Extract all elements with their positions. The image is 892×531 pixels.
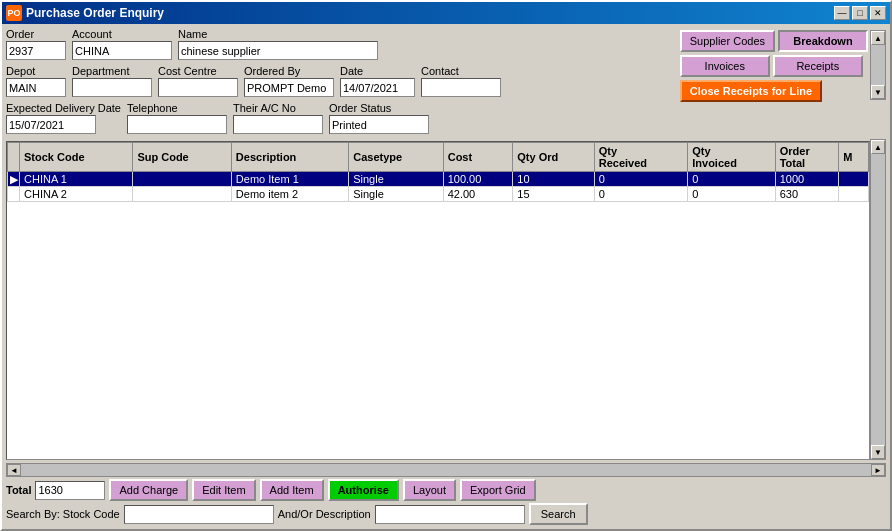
order-input[interactable] — [6, 41, 66, 60]
ordered-by-label: Ordered By — [244, 65, 334, 77]
search-description-input[interactable] — [375, 505, 525, 524]
search-stock-code-input[interactable] — [124, 505, 274, 524]
name-group: Name — [178, 28, 378, 60]
order-status-input[interactable] — [329, 115, 429, 134]
edit-item-button[interactable]: Edit Item — [192, 479, 255, 501]
layout-button[interactable]: Layout — [403, 479, 456, 501]
table-vscroll-track — [871, 154, 885, 445]
row1-m — [839, 172, 869, 187]
export-grid-button[interactable]: Export Grid — [460, 479, 536, 501]
hscroll-right[interactable]: ► — [871, 464, 885, 476]
row1-description: Demo Item 1 — [231, 172, 348, 187]
date-group: Date — [340, 65, 415, 97]
table-row[interactable]: ▶ CHINA 1 Demo Item 1 Single 100.00 10 0… — [8, 172, 869, 187]
department-group: Department — [72, 65, 152, 97]
telephone-group: Telephone — [127, 102, 227, 134]
table-body: ▶ CHINA 1 Demo Item 1 Single 100.00 10 0… — [8, 172, 869, 202]
telephone-label: Telephone — [127, 102, 227, 114]
breakdown-button[interactable]: Breakdown — [778, 30, 868, 52]
row2-qty-received: 0 — [594, 187, 687, 202]
row2-stock-code: CHINA 2 — [20, 187, 133, 202]
col-sup-code: Sup Code — [133, 143, 231, 172]
invoices-button[interactable]: Invoices — [680, 55, 770, 77]
contact-input[interactable] — [421, 78, 501, 97]
table-scroll-down[interactable]: ▼ — [871, 445, 885, 459]
department-input[interactable] — [72, 78, 152, 97]
row-depot: Depot Department Cost Centre Ordered By — [6, 65, 676, 97]
minimize-button[interactable]: — — [834, 6, 850, 20]
col-pointer — [8, 143, 20, 172]
data-table: Stock Code Sup Code Description Casetype… — [6, 141, 870, 460]
col-stock-code: Stock Code — [20, 143, 133, 172]
close-button[interactable]: ✕ — [870, 6, 886, 20]
app-icon: PO — [6, 5, 22, 21]
row1-sup-code — [133, 172, 231, 187]
window-title: Purchase Order Enquiry — [26, 6, 834, 20]
table-row[interactable]: CHINA 2 Demo item 2 Single 42.00 15 0 0 … — [8, 187, 869, 202]
depot-input[interactable] — [6, 78, 66, 97]
maximize-button[interactable]: □ — [852, 6, 868, 20]
date-input[interactable] — [340, 78, 415, 97]
and-or-label: And/Or Description — [278, 508, 371, 520]
contact-label: Contact — [421, 65, 501, 77]
table-scroll-up[interactable]: ▲ — [871, 140, 885, 154]
row1-cost: 100.00 — [443, 172, 513, 187]
col-casetype: Casetype — [349, 143, 443, 172]
scroll-up-button[interactable]: ▲ — [871, 31, 885, 45]
bottom-area: ◄ ► Total Add Charge Edit Item Add Item … — [6, 463, 886, 525]
expected-delivery-label: Expected Delivery Date — [6, 102, 121, 114]
row1-casetype: Single — [349, 172, 443, 187]
add-charge-button[interactable]: Add Charge — [109, 479, 188, 501]
telephone-input[interactable] — [127, 115, 227, 134]
bottom-buttons-row: Total Add Charge Edit Item Add Item Auth… — [6, 479, 886, 501]
expected-delivery-input[interactable] — [6, 115, 96, 134]
table-scroll: Stock Code Sup Code Description Casetype… — [7, 142, 869, 459]
cost-centre-group: Cost Centre — [158, 65, 238, 97]
contact-group: Contact — [421, 65, 501, 97]
scroll-track — [871, 45, 885, 85]
hscroll-track — [21, 464, 871, 476]
close-receipts-button[interactable]: Close Receipts for Line — [680, 80, 822, 102]
header-row: Stock Code Sup Code Description Casetype… — [8, 143, 869, 172]
authorise-button[interactable]: Authorise — [328, 479, 399, 501]
order-status-label: Order Status — [329, 102, 429, 114]
row2-sup-code — [133, 187, 231, 202]
scroll-down-button[interactable]: ▼ — [871, 85, 885, 99]
row1-qty-ord: 10 — [513, 172, 594, 187]
order-group: Order — [6, 28, 66, 60]
row2-cost: 42.00 — [443, 187, 513, 202]
ordered-by-input[interactable] — [244, 78, 334, 97]
top-scrollbar: ▲ ▼ — [870, 30, 886, 100]
main-window: PO Purchase Order Enquiry — □ ✕ Order Ac — [0, 0, 892, 531]
row-pointer-2 — [8, 187, 20, 202]
col-qty-received: QtyReceived — [594, 143, 687, 172]
name-input[interactable] — [178, 41, 378, 60]
close-receipts-row: Close Receipts for Line — [680, 80, 868, 102]
row-pointer-1: ▶ — [8, 172, 20, 187]
add-item-button[interactable]: Add Item — [260, 479, 324, 501]
hscroll-left[interactable]: ◄ — [7, 464, 21, 476]
account-label: Account — [72, 28, 172, 40]
search-button[interactable]: Search — [529, 503, 588, 525]
account-input[interactable] — [72, 41, 172, 60]
row1-qty-invoiced: 0 — [688, 172, 775, 187]
row1-qty-received: 0 — [594, 172, 687, 187]
name-label: Name — [178, 28, 378, 40]
row2-casetype: Single — [349, 187, 443, 202]
their-ac-group: Their A/C No — [233, 102, 323, 134]
cost-centre-label: Cost Centre — [158, 65, 238, 77]
table-section: Stock Code Sup Code Description Casetype… — [6, 139, 886, 460]
total-input[interactable] — [35, 481, 105, 500]
receipts-button[interactable]: Receipts — [773, 55, 863, 77]
their-ac-input[interactable] — [233, 115, 323, 134]
search-by-label: Search By: Stock Code — [6, 508, 120, 520]
their-ac-label: Their A/C No — [233, 102, 323, 114]
row2-m — [839, 187, 869, 202]
hscrollbar: ◄ ► — [6, 463, 886, 477]
col-qty-invoiced: QtyInvoiced — [688, 143, 775, 172]
row2-qty-ord: 15 — [513, 187, 594, 202]
col-cost: Cost — [443, 143, 513, 172]
supplier-codes-button[interactable]: Supplier Codes — [680, 30, 775, 52]
row-delivery: Expected Delivery Date Telephone Their A… — [6, 102, 676, 134]
cost-centre-input[interactable] — [158, 78, 238, 97]
